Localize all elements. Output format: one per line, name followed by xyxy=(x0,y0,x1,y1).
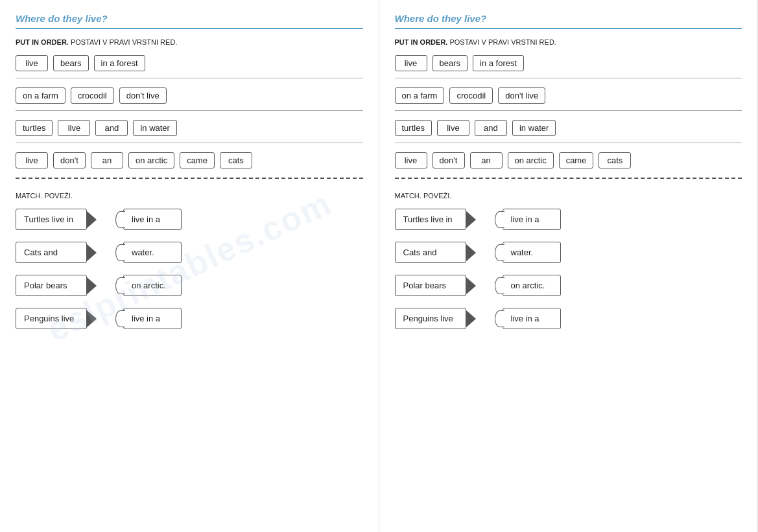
title-underline xyxy=(16,28,363,29)
left-word-arctic-4: on arctic xyxy=(128,152,174,168)
right-word-dontlive: don't live xyxy=(498,87,545,104)
right-match-label: MATCH. POVEŽI. xyxy=(395,192,742,200)
right-word-cats-4: cats xyxy=(598,152,631,168)
left-word-an-4: an xyxy=(91,152,123,168)
left-match-left-3: Polar bears xyxy=(16,275,87,296)
left-word-turtles: turtles xyxy=(16,120,53,136)
right-put-in-order-label: PUT IN ORDER. POSTAVI V PRAVI VRSTNI RED… xyxy=(395,38,742,46)
right-match-right-wrapper-4: live in a xyxy=(503,308,561,329)
right-word-arctic-4: on arctic xyxy=(508,152,554,168)
right-match-left-4: Penguins live xyxy=(395,308,466,329)
left-word-cats-4: cats xyxy=(220,152,252,168)
left-word-forest-1: in a forest xyxy=(94,55,145,71)
right-match-row-2: Cats and water. xyxy=(395,242,742,263)
left-match-bold: MATCH. xyxy=(16,192,42,200)
left-word-crocodil: crocodil xyxy=(71,87,114,104)
right-match-bold: MATCH. xyxy=(395,192,421,200)
left-match-row-4: Penguins live live in a xyxy=(16,308,363,329)
left-match-right-wrapper-3: on arctic. xyxy=(123,275,182,296)
left-match-left-2: Cats and xyxy=(16,242,87,263)
left-word-live-4: live xyxy=(16,152,48,168)
right-row-3: turtles live and in water xyxy=(395,120,742,136)
left-sep-1 xyxy=(16,78,363,78)
left-dashed-sep xyxy=(16,178,363,179)
left-sep-3 xyxy=(16,143,363,143)
right-match-right-4: live in a xyxy=(503,308,561,329)
left-word-dontlive: don't live xyxy=(119,87,167,104)
right-word-came-4: came xyxy=(559,152,594,168)
right-word-an-4: an xyxy=(470,152,503,168)
left-word-and: and xyxy=(95,120,128,136)
right-word-live-4: live xyxy=(395,152,427,168)
left-match-row-3: Polar bears on arctic. xyxy=(16,275,363,296)
right-title: Where do they live? xyxy=(395,13,742,24)
right-match-right-wrapper-1: live in a xyxy=(503,209,561,230)
right-match-left-1: Turtles live in xyxy=(395,209,466,230)
right-row-1: live bears in a forest xyxy=(395,55,742,71)
right-match-row-1: Turtles live in live in a xyxy=(395,209,742,230)
left-match-right-wrapper-4: live in a xyxy=(123,308,182,329)
right-word-inwater: in water xyxy=(512,120,556,136)
right-row-2: on a farm crocodil don't live xyxy=(395,87,742,104)
right-match-right-wrapper-2: water. xyxy=(503,242,561,263)
left-match-right-2: water. xyxy=(123,242,182,263)
right-word-bears-1: bears xyxy=(432,55,468,71)
right-sep-3 xyxy=(395,143,742,143)
right-match-right-2: water. xyxy=(503,242,561,263)
right-half: Where do they live? PUT IN ORDER. POSTAV… xyxy=(379,0,759,532)
right-word-live-1: live xyxy=(395,55,427,71)
right-title-underline xyxy=(395,28,742,29)
right-sep-1 xyxy=(395,78,742,78)
left-match-left-1: Turtles live in xyxy=(16,209,87,230)
left-word-inwater: in water xyxy=(133,120,177,136)
left-match-right-wrapper-1: live in a xyxy=(123,209,182,230)
right-word-farm: on a farm xyxy=(395,87,445,104)
left-put-in-order-normal: POSTAVI V PRAVI VRSTNI RED. xyxy=(69,38,177,46)
right-word-live-3: live xyxy=(437,120,469,136)
right-match-row-3: Polar bears on arctic. xyxy=(395,275,742,296)
right-word-dont-4: don't xyxy=(432,152,465,168)
left-word-live-1: live xyxy=(16,55,48,71)
left-match-left-4: Penguins live xyxy=(16,308,87,329)
right-word-and: and xyxy=(475,120,507,136)
left-match-row-1: Turtles live in live in a xyxy=(16,209,363,230)
left-match-right-1: live in a xyxy=(123,209,182,230)
left-word-farm: on a farm xyxy=(16,87,65,104)
right-put-in-order-bold: PUT IN ORDER. xyxy=(395,38,448,46)
right-match-row-4: Penguins live live in a xyxy=(395,308,742,329)
right-word-crocodil: crocodil xyxy=(449,87,493,104)
right-dashed-sep xyxy=(395,178,742,179)
left-sep-2 xyxy=(16,110,363,111)
right-match-right-3: on arctic. xyxy=(503,275,561,296)
right-word-turtles: turtles xyxy=(395,120,432,136)
left-word-dont-4: don't xyxy=(53,152,86,168)
right-put-in-order-normal: POSTAVI V PRAVI VRSTNI RED. xyxy=(447,38,556,46)
left-row-3: turtles live and in water xyxy=(16,120,363,136)
left-put-in-order-bold: PUT IN ORDER. xyxy=(16,38,69,46)
left-title: Where do they live? xyxy=(16,13,363,24)
left-match-label: MATCH. POVEŽI. xyxy=(16,192,363,200)
right-match-left-3: Polar bears xyxy=(395,275,466,296)
left-match-normal: POVEŽI. xyxy=(42,192,72,200)
left-word-came-4: came xyxy=(180,152,215,168)
left-row-4: live don't an on arctic came cats xyxy=(16,152,363,168)
left-match-right-3: on arctic. xyxy=(123,275,182,296)
right-word-forest-1: in a forest xyxy=(473,55,524,71)
right-row-4: live don't an on arctic came cats xyxy=(395,152,742,168)
left-match-right-4: live in a xyxy=(123,308,182,329)
left-word-bears-1: bears xyxy=(53,55,89,71)
right-match-left-2: Cats and xyxy=(395,242,466,263)
left-match-row-2: Cats and water. xyxy=(16,242,363,263)
left-match-right-wrapper-2: water. xyxy=(123,242,182,263)
left-put-in-order-label: PUT IN ORDER. POSTAVI V PRAVI VRSTNI RED… xyxy=(16,38,363,46)
right-match-normal: POVEŽI. xyxy=(421,192,451,200)
right-match-right-wrapper-3: on arctic. xyxy=(503,275,561,296)
left-half: Where do they live? PUT IN ORDER. POSTAV… xyxy=(0,0,379,532)
right-match-right-1: live in a xyxy=(503,209,561,230)
left-row-1: live bears in a forest xyxy=(16,55,363,71)
left-row-2: on a farm crocodil don't live xyxy=(16,87,363,104)
right-sep-2 xyxy=(395,110,742,111)
left-word-live-3: live xyxy=(58,120,90,136)
